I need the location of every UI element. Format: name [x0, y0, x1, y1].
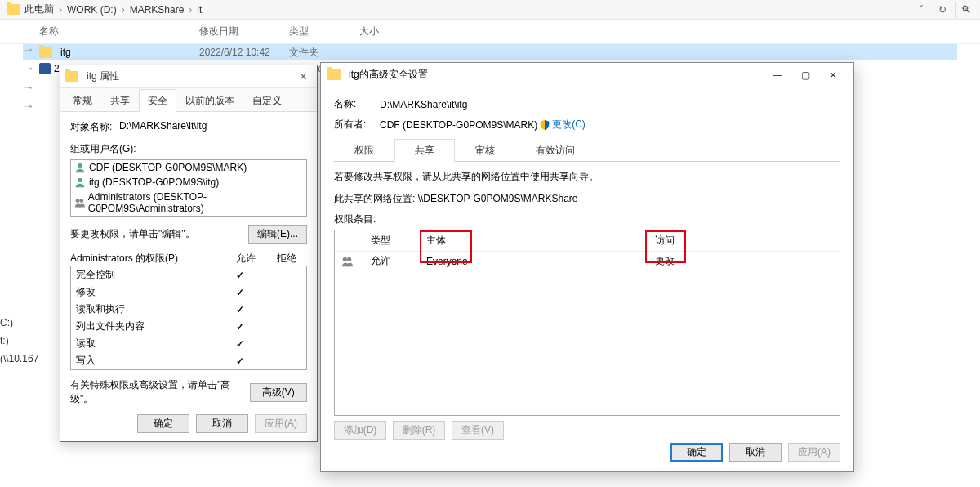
- tab-permissions[interactable]: 权限: [334, 139, 394, 162]
- nav-item[interactable]: t:): [0, 332, 38, 350]
- titlebar[interactable]: itg 属性 ×: [60, 65, 317, 88]
- refresh-icon[interactable]: ↻: [934, 2, 951, 18]
- check-icon: [220, 270, 261, 281]
- close-icon[interactable]: ✕: [819, 64, 847, 87]
- breadcrumb[interactable]: 此电脑› WORK (D:)› MARKShare› it: [24, 2, 202, 16]
- perm-row: 读取和执行: [71, 301, 306, 318]
- name-value: D:\MARKShare\it\itg: [380, 99, 467, 110]
- list-item[interactable]: Administrators (DESKTOP-G0POM9S\Administ…: [71, 190, 306, 216]
- owner-label: 所有者:: [334, 118, 380, 132]
- svg-point-2: [76, 199, 80, 203]
- nav-item[interactable]: (\\10.167: [0, 350, 38, 368]
- cancel-button[interactable]: 取消: [729, 443, 782, 462]
- titlebar[interactable]: itg的高级安全设置 — ▢ ✕: [321, 63, 853, 87]
- crumb[interactable]: it: [197, 4, 202, 16]
- user-label: Administrators (DESKTOP-G0POM9S\Administ…: [88, 191, 303, 214]
- perm-name: 修改: [76, 285, 220, 299]
- col-access[interactable]: 访问: [655, 234, 737, 248]
- tab-security[interactable]: 安全: [139, 89, 176, 112]
- chevron-right-icon: ›: [59, 4, 62, 16]
- perm-row: 读取: [71, 335, 306, 352]
- file-name: 2: [54, 63, 60, 74]
- group-users-label: 组或用户名(G):: [70, 142, 307, 156]
- perm-name: 读取: [76, 337, 220, 351]
- permission-entries-table[interactable]: 类型 主体 访问 允许 Everyone 更改: [334, 230, 840, 416]
- list-item[interactable]: CDF (DESKTOP-G0POM9S\MARK): [71, 160, 306, 175]
- user-label: CDF (DESKTOP-G0POM9S\MARK): [89, 162, 247, 173]
- perm-name: 读取和执行: [76, 302, 220, 316]
- advanced-button[interactable]: 高级(V): [250, 383, 307, 402]
- net-loc-label: 此共享的网络位置:: [334, 193, 415, 204]
- permissions-list[interactable]: 完全控制 修改 读取和执行 列出文件夹内容 读取 写入: [70, 266, 307, 370]
- properties-dialog: itg 属性 × 常规 共享 安全 以前的版本 自定义 对象名称: D:\MAR…: [60, 65, 318, 442]
- crumb[interactable]: WORK (D:): [67, 4, 117, 16]
- col-type[interactable]: 类型: [289, 25, 359, 38]
- folder-icon: [39, 47, 52, 58]
- user-icon: [74, 162, 86, 173]
- address-bar[interactable]: 此电脑› WORK (D:)› MARKShare› it ˅ ↻ 🔍︎: [0, 0, 980, 20]
- tab-sharing[interactable]: 共享: [394, 139, 455, 162]
- group-icon: [74, 197, 85, 208]
- col-principal[interactable]: 主体: [426, 234, 655, 248]
- maximize-icon[interactable]: ▢: [791, 64, 819, 87]
- apply-button[interactable]: 应用(A): [255, 414, 307, 433]
- pin-icon: 📌︎: [23, 101, 35, 113]
- allow-header: 允许: [225, 252, 266, 266]
- col-size[interactable]: 大小: [359, 25, 408, 38]
- col-type[interactable]: 类型: [371, 234, 426, 248]
- list-item[interactable]: itg (DESKTOP-G0POM9S\itg): [71, 175, 306, 190]
- dropdown-icon[interactable]: ˅: [913, 2, 929, 18]
- check-icon: [220, 304, 261, 315]
- entry-access: 更改: [655, 254, 737, 268]
- tab-bar: 权限 共享 审核 有效访问: [334, 138, 840, 162]
- crumb[interactable]: MARKShare: [130, 4, 185, 16]
- perm-name: 完全控制: [76, 268, 220, 282]
- cancel-button[interactable]: 取消: [196, 414, 248, 433]
- network-location: 此共享的网络位置: \\DESKTOP-G0POM9S\MARKShare: [334, 192, 840, 206]
- perm-name: 列出文件夹内容: [76, 319, 220, 333]
- ok-button[interactable]: 确定: [670, 443, 723, 462]
- perm-row: 写入: [71, 352, 306, 369]
- col-name[interactable]: 名称: [39, 25, 199, 38]
- apply-button[interactable]: 应用(A): [788, 443, 840, 462]
- tab-previous[interactable]: 以前的版本: [176, 89, 243, 112]
- users-listbox[interactable]: CDF (DESKTOP-G0POM9S\MARK) itg (DESKTOP-…: [70, 159, 307, 217]
- search-icon[interactable]: 🔍︎: [956, 2, 975, 18]
- minimize-icon[interactable]: —: [764, 64, 791, 87]
- file-row[interactable]: itg 2022/6/12 10:42 文件夹: [23, 44, 957, 60]
- owner-value: CDF (DESKTOP-G0POM9S\MARK): [380, 119, 537, 131]
- crumb[interactable]: 此电脑: [24, 2, 54, 16]
- pin-icon: 📌︎: [23, 82, 35, 94]
- close-icon[interactable]: ×: [295, 69, 312, 84]
- remove-button[interactable]: 删除(R): [393, 421, 445, 440]
- quick-access-pins: 📌︎ 📌︎ 📌︎ 📌︎: [24, 46, 33, 111]
- file-modified: 2022/6/12 10:42: [199, 47, 289, 58]
- tab-audit[interactable]: 审核: [455, 139, 515, 162]
- dialog-title: itg的高级安全设置: [349, 68, 428, 82]
- tab-custom[interactable]: 自定义: [243, 89, 291, 112]
- object-name-value: D:\MARKShare\it\itg: [119, 120, 207, 134]
- view-button[interactable]: 查看(V): [452, 421, 504, 440]
- svg-point-0: [78, 163, 82, 168]
- check-icon: [220, 355, 261, 367]
- entry-type: 允许: [371, 254, 426, 268]
- tab-bar: 常规 共享 安全 以前的版本 自定义: [60, 88, 317, 112]
- ok-button[interactable]: 确定: [137, 414, 189, 433]
- table-header: 类型 主体 访问: [335, 230, 840, 252]
- deny-header: 拒绝: [266, 252, 307, 266]
- edit-button[interactable]: 编辑(E)...: [248, 225, 307, 244]
- table-row[interactable]: 允许 Everyone 更改: [335, 252, 840, 270]
- col-modified[interactable]: 修改日期: [199, 25, 289, 38]
- nav-item[interactable]: C:): [0, 314, 38, 332]
- svg-point-3: [79, 199, 83, 203]
- column-headers[interactable]: 名称 修改日期 类型 大小: [0, 20, 980, 44]
- entry-principal: Everyone: [426, 256, 655, 267]
- tab-effective[interactable]: 有效访问: [515, 139, 595, 162]
- tab-sharing[interactable]: 共享: [101, 89, 139, 112]
- shield-icon: [539, 119, 550, 131]
- tab-general[interactable]: 常规: [64, 89, 101, 112]
- add-button[interactable]: 添加(D): [334, 421, 386, 440]
- permissions-title: Administrators 的权限(P): [70, 252, 225, 266]
- folder-icon: [7, 4, 20, 15]
- change-owner-link[interactable]: 更改(C): [552, 118, 586, 132]
